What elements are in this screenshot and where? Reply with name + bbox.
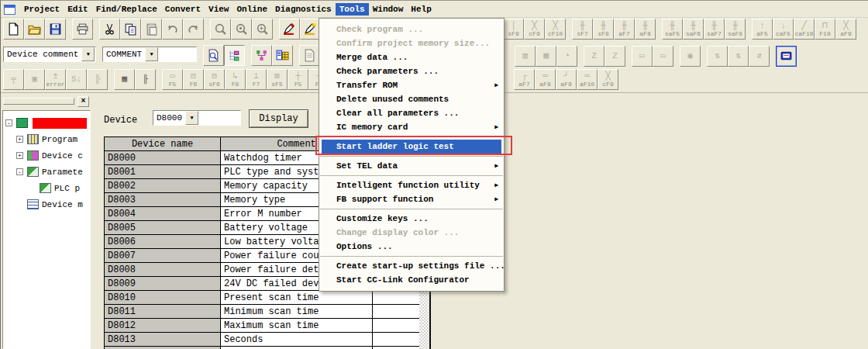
tree-item-plc-parameter[interactable]: PLC p	[3, 180, 90, 196]
panel-grip-handle[interactable]	[3, 98, 74, 105]
find-button[interactable]	[210, 19, 231, 40]
display-button[interactable]: Display	[249, 109, 308, 128]
device-name-cell[interactable]: D8012	[105, 319, 221, 333]
menu-item-delete-unused-comments[interactable]: Delete unused comments	[319, 92, 504, 106]
menu-separator[interactable]	[320, 175, 503, 176]
sort-order-button[interactable]: ⇵	[749, 46, 770, 67]
open-project-button[interactable]	[24, 19, 45, 40]
ladder-aF7-button[interactable]: ╫aF7	[614, 19, 635, 40]
menu-item-transfer-rom[interactable]: Transfer ROM ▶	[319, 78, 504, 92]
ladder-aF5-button[interactable]: ↑aF5	[752, 19, 773, 40]
ladder-insert-mode-button[interactable]: ╤	[3, 69, 24, 90]
error-jump-button[interactable]: ±error	[45, 69, 66, 90]
extra-cell[interactable]	[373, 305, 421, 319]
windows-overlap-button[interactable]: ▣	[24, 69, 45, 90]
ladder-caF10-button[interactable]: ╱caF10	[794, 19, 815, 40]
program-monitor-button[interactable]: ▥	[515, 46, 536, 67]
data-name-combobox[interactable]: COMMENT ▼	[102, 47, 197, 62]
menu-item-merge-data[interactable]: Merge data ...	[319, 50, 504, 64]
ladder-sF9-button[interactable]: │sF9	[503, 19, 524, 40]
ladder-saF5-button[interactable]: ╫saF5	[662, 19, 683, 40]
verify-comment-button[interactable]	[299, 45, 320, 66]
coil-button[interactable]: ↳F8	[225, 69, 246, 90]
sort-ascending-button[interactable]: ⇅	[707, 46, 728, 67]
column-header-device-name[interactable]: Device name	[105, 137, 221, 151]
sort-descending-button[interactable]: ⇅	[728, 46, 749, 67]
device-name-cell[interactable]: D8011	[105, 305, 221, 319]
extra-cell[interactable]	[373, 319, 421, 333]
grid-display-button[interactable]: ▦	[114, 69, 135, 90]
close-panel-button[interactable]: ×	[78, 96, 89, 107]
menu-item-change-display-color[interactable]: Change display color ...	[319, 226, 504, 240]
pulse-close-branch-button[interactable]: ═aF10	[577, 69, 598, 90]
menu-item-set-tel-data[interactable]: Set TEL data ▶	[319, 159, 504, 173]
comment-cell[interactable]: Present scan time	[221, 291, 373, 305]
device-memory-grid-button[interactable]	[272, 45, 293, 66]
ladder-caF5-button[interactable]: ↓caF5	[773, 19, 794, 40]
comment-cell[interactable]: Minute data	[221, 347, 373, 349]
clock-monitor-button[interactable]: ◔	[556, 46, 577, 67]
tree-item-program[interactable]: + Program	[3, 131, 90, 147]
ladder-sF7-button[interactable]: ╫sF7	[572, 19, 593, 40]
cut-button[interactable]	[99, 19, 120, 40]
device-name-cell[interactable]: D8000	[105, 151, 221, 165]
device-name-cell[interactable]: D8005	[105, 221, 221, 235]
dropdown-arrow-icon[interactable]: ▼	[145, 47, 158, 61]
extra-cell[interactable]	[373, 291, 421, 305]
device-name-cell[interactable]: D8007	[105, 249, 221, 263]
menu-view[interactable]: View	[205, 3, 232, 16]
device-name-cell[interactable]: D8009	[105, 277, 221, 291]
data-kind-combobox[interactable]: Device comment ▼	[3, 47, 96, 62]
menu-help[interactable]: Help	[407, 3, 435, 16]
menu-convert[interactable]: Convert	[161, 3, 205, 16]
menu-item-fb-support-function[interactable]: FB support function ▶	[319, 192, 504, 206]
device-name-cell[interactable]: D8006	[105, 235, 221, 249]
expander-icon[interactable]: +	[16, 152, 23, 159]
copy-button[interactable]	[120, 19, 141, 40]
ladder-F10-button[interactable]: ⊓F10	[815, 19, 835, 40]
device-test-button[interactable]: ◉	[680, 46, 701, 67]
extra-cell[interactable]	[373, 347, 421, 349]
extra-cell[interactable]	[373, 333, 421, 347]
menu-online[interactable]: Online	[232, 3, 271, 16]
undo-button[interactable]	[162, 19, 183, 40]
menu-project[interactable]: Project	[20, 3, 64, 16]
close-contact-button[interactable]: ⊟F6	[183, 69, 204, 90]
comment-cell[interactable]: Maximum scan time	[221, 319, 373, 333]
menu-diagnostics[interactable]: Diagnostics	[271, 3, 336, 16]
device-combobox[interactable]: D8000 ▼	[153, 110, 241, 126]
ladder-cF9-button[interactable]: ╳cF9	[524, 19, 545, 40]
menu-item-create-startup-settings-file[interactable]: Create start-up settings file ...	[319, 259, 504, 273]
scan-step-2-button[interactable]: Z	[604, 46, 625, 67]
menu-item-check-parameters[interactable]: Check parameters ...	[319, 64, 504, 78]
marker-set-button[interactable]	[279, 19, 300, 40]
window-tile-button[interactable]: ▭	[653, 46, 673, 67]
new-project-button[interactable]	[3, 19, 24, 40]
menu-item-check-program[interactable]: Check program ...	[319, 22, 504, 36]
expander-icon[interactable]: -	[16, 168, 23, 175]
menu-separator[interactable]	[320, 256, 503, 257]
menu-item-intelligent-function-utility[interactable]: Intelligent function utility ▶	[319, 178, 504, 192]
ladder-saF6-button[interactable]: ╫saF6	[683, 19, 704, 40]
tree-item-parameter[interactable]: - Paramete	[3, 164, 90, 180]
menu-item-ic-memory-card[interactable]: IC memory card ▶	[319, 120, 504, 134]
paste-button[interactable]	[141, 19, 162, 40]
ladder-sF8-button[interactable]: ╫sF8	[593, 19, 614, 40]
device-name-cell[interactable]: D8001	[105, 165, 221, 179]
device-name-cell[interactable]: D8013	[105, 333, 221, 347]
step-s1-s9-button[interactable]: S↓	[66, 69, 87, 90]
expander-icon[interactable]: +	[16, 136, 23, 143]
find-comment-button[interactable]	[203, 45, 224, 66]
pulse-open-branch-button[interactable]: ┘aF9	[556, 69, 577, 90]
falling-pulse-button[interactable]: ═aF8	[535, 69, 556, 90]
mdi-child-window-icon[interactable]	[4, 5, 16, 15]
dropdown-arrow-icon[interactable]: ▼	[185, 111, 198, 125]
application-instruction-button[interactable]: ⊠sF5	[267, 69, 288, 90]
ladder-aF8-button[interactable]: ╫aF8	[635, 19, 656, 40]
monitor-mode-button[interactable]	[776, 46, 797, 67]
save-project-button[interactable]	[45, 19, 66, 40]
rising-pulse-button[interactable]: ┌aF7	[514, 69, 535, 90]
dropdown-arrow-icon[interactable]: ▼	[81, 47, 95, 61]
open-branch-button[interactable]: ⊟sF6	[204, 69, 225, 90]
device-comment-tree-button[interactable]	[251, 45, 272, 66]
